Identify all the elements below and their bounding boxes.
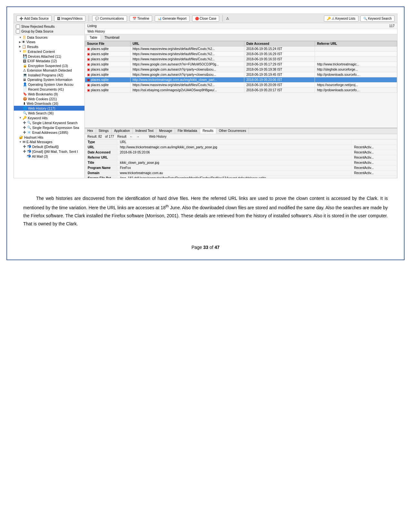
tree-item-bookmarks[interactable]: 🔖 Web Bookmarks (9) <box>14 92 84 96</box>
cell-referrer <box>315 77 397 83</box>
tree-item-exif[interactable]: 🖼 EXIF Metadata (12) <box>14 59 84 63</box>
table-container[interactable]: Source File URL Date Accessed Referrer U… <box>85 41 397 128</box>
keyword-lists-icon: 🔑 <box>327 17 331 20</box>
col-source-file: Source File <box>85 41 131 46</box>
keyword-lists-button[interactable]: 🔑 ⚠ Keyword Lists <box>324 15 358 22</box>
communications-button[interactable]: 💬 Communications <box>92 15 127 22</box>
tree-item-keyword-hits[interactable]: ▼ 🔑 Keyword Hits <box>14 115 84 120</box>
table-row[interactable]: ▣places.sqlitehttps://www.massreview.org… <box>85 57 397 62</box>
tree-item-all-mail[interactable]: 📬 All Mail (3) <box>14 154 84 159</box>
toolbar: ➕ Add Data Source 🖼 Images/Videos 💬 Comm… <box>14 14 397 23</box>
tab-indexed-text[interactable]: Indexed Text <box>133 128 157 134</box>
tree-item-email-messages[interactable]: ▼ ✉ E-Mail Messages <box>14 140 84 144</box>
tree-item-default-mail[interactable]: ➕ 📬 Default ([Default]) <box>14 144 84 149</box>
views-label: Views <box>26 40 35 44</box>
warning-icon: ⚠ <box>226 16 229 21</box>
default-mail-icon: 📬 <box>27 144 31 149</box>
images-videos-button[interactable]: 🖼 Images/Videos <box>54 15 85 22</box>
keyword-search-button[interactable]: 🔍 Keyword Search <box>360 15 395 22</box>
table-row[interactable]: ▣places.sqlitehttps://www.google.com.au/… <box>85 67 397 72</box>
tab-results[interactable]: Results <box>200 128 216 134</box>
table-row[interactable]: ▣places.sqlitehttp://www.trickortreatmag… <box>85 77 397 83</box>
tree-item-results[interactable]: ▶ 📋 Results <box>14 44 84 49</box>
page-footer-text: Page 33 of 47 <box>191 245 220 250</box>
table-row[interactable]: ▣places.sqlitehttps://www.massreview.org… <box>85 46 397 52</box>
tab-thumbnail[interactable]: Thumbnail <box>101 35 123 40</box>
all-mail-label: All Mail (3) <box>32 154 48 158</box>
default-mail-label: Default ([Default]) <box>32 145 59 149</box>
table-row[interactable]: ▣places.sqlitehttps://www.massreview.org… <box>85 83 397 88</box>
tree-item-email-addresses[interactable]: ➕ 📧 Email Addresses (1895) <box>14 130 84 135</box>
exif-icon: 🖼 <box>23 59 26 63</box>
listing-count: 117 <box>389 24 395 28</box>
nav-forward[interactable]: → <box>136 135 139 138</box>
cell-url: https://www.google.com.au/search?q=party… <box>131 72 244 77</box>
web-history-icon: 🌐 <box>23 106 27 110</box>
tree-item-installed-programs[interactable]: 💻 Installed Programs (42) <box>14 73 84 77</box>
table-body: ▣places.sqlitehttps://www.massreview.org… <box>85 46 397 93</box>
tree-item-extension-mismatch[interactable]: ⚠ Extension Mismatch Detected <box>14 68 84 73</box>
extracted-content-label: Extracted Content <box>28 50 55 54</box>
generate-report-button[interactable]: 📊 Generate Report <box>155 15 190 22</box>
tree-item-os-user[interactable]: 👤 Operating System User Accou <box>14 82 84 87</box>
encryption-icon: 🔒 <box>23 64 27 68</box>
nav-back[interactable]: ← <box>130 135 133 138</box>
detail-body: TypeURLURLhttp://www.trickortreatmagic.c… <box>85 140 397 178</box>
expand-icon-keyword: ▼ <box>19 116 22 119</box>
group-by-label: Group by Data Source <box>21 30 54 33</box>
group-by-checkbox[interactable] <box>16 29 20 34</box>
tab-hex[interactable]: Hex <box>85 128 96 134</box>
tree-item-regex[interactable]: ➕ 🔍 Single Regular Expression Sea <box>14 125 84 130</box>
cell-date: 2018-06-19 05:20:06 IST <box>244 77 315 83</box>
show-rejected-checkbox[interactable] <box>16 25 20 29</box>
detail-source <box>351 176 397 178</box>
table-row[interactable]: ▣places.sqlitehttps://www.massreview.org… <box>85 52 397 57</box>
tree-item-gmail[interactable]: ➕ 📬 [Gmail] ([All Mail, Trash, Sent I <box>14 149 84 154</box>
tab-file-metadata[interactable]: File Metadata <box>175 128 200 134</box>
detail-row: Referrer URLRecentActiv... <box>85 155 397 160</box>
timeline-button[interactable]: 📅 Timeline <box>130 15 152 22</box>
tab-strings[interactable]: Strings <box>96 128 112 134</box>
all-mail-icon: 📬 <box>27 154 31 158</box>
tree-item-os-info[interactable]: 🖥 Operating System Information <box>14 77 84 82</box>
cell-referrer: https://sourceforge.net/proj... <box>315 83 397 88</box>
table-row[interactable]: ▣places.sqlitehttps://ssl.ebayimg.com/im… <box>85 88 397 93</box>
tree-item-hashset-hits[interactable]: 🔐 Hashset Hits <box>14 135 84 140</box>
expand-icon-default-mail: ➕ <box>23 145 26 148</box>
main-layout: Show Rejected Results Group by Data Sour… <box>14 23 397 178</box>
listing-header: Listing 117 <box>85 23 397 29</box>
tree-item-devices-attached[interactable]: 💾 Devices Attached (11) <box>14 54 84 59</box>
detail-field: Program Name <box>85 165 117 171</box>
cell-date: 2018-06-19 05:17:29 IST <box>244 62 315 67</box>
cell-url: https://www.massreview.org/sites/default… <box>131 57 244 62</box>
tab-message[interactable]: Message <box>156 128 175 134</box>
os-user-label: Operating System User Accou <box>28 83 73 86</box>
extension-icon: ⚠ <box>23 68 26 72</box>
tab-other-occurrences[interactable]: Other Occurrences <box>216 128 249 134</box>
tree-item-encryption[interactable]: 🔒 Encryption Suspected (13) <box>14 63 84 68</box>
cookies-label: Web Cookies (221) <box>28 97 57 101</box>
add-data-source-button[interactable]: ➕ Add Data Source <box>16 15 52 22</box>
keyword-hits-icon: 🔑 <box>23 116 27 120</box>
tree-item-cookies[interactable]: 🍪 Web Cookies (221) <box>14 96 84 101</box>
detail-source: RecentActiv... <box>351 165 397 171</box>
page-number: 33 <box>203 245 208 250</box>
tab-table[interactable]: Table <box>86 35 101 40</box>
close-case-button[interactable]: 🔴 Close Case <box>192 15 220 22</box>
detail-row: Source File Pat/img_182.dd/Users/compute… <box>85 176 397 178</box>
tree-item-web-history[interactable]: 🌐 Web History (117) <box>14 106 84 111</box>
tree-item-data-sources[interactable]: ▼ 🗄 Data Sources <box>14 35 84 40</box>
tree-item-downloads[interactable]: ⬇ Web Downloads (16) <box>14 101 84 106</box>
table-row[interactable]: ▣places.sqlitehttps://www.google.com.au/… <box>85 62 397 67</box>
email-icon: 📧 <box>27 130 31 134</box>
tree-item-recent-docs[interactable]: 📄 Recent Documents (41) <box>14 87 84 92</box>
tree-item-web-search[interactable]: 🔍 Web Search (36) <box>14 111 84 115</box>
hashset-icon: 🔐 <box>19 135 23 139</box>
tree-item-views[interactable]: ▶ 👁 Views <box>14 40 84 44</box>
tree-item-single-keyword[interactable]: ➕ 🔍 Single Literal Keyword Search <box>14 120 84 125</box>
cell-date: 2018-06-19 05:19:45 IST <box>244 72 315 77</box>
detail-field: Referrer URL <box>85 155 117 160</box>
tree-item-extracted-content[interactable]: ▼ 📁 Extracted Content <box>14 49 84 54</box>
tab-application[interactable]: Application <box>112 128 133 134</box>
table-row[interactable]: ▣places.sqlitehttps://www.google.com.au/… <box>85 72 397 77</box>
